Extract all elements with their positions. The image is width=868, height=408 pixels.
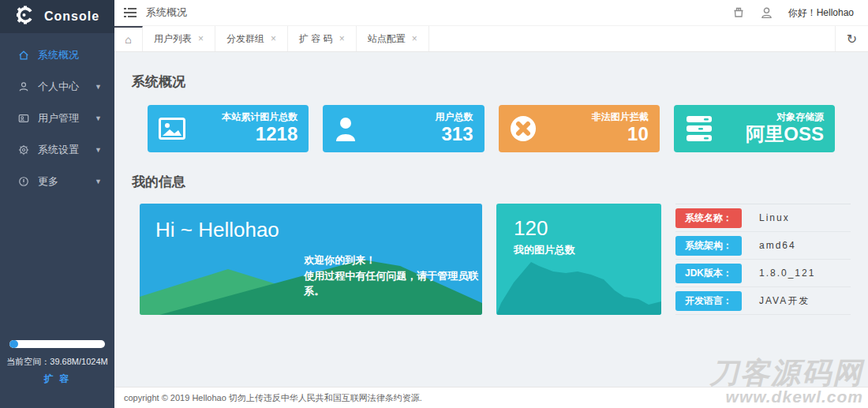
breadcrumb: 系统概况 bbox=[146, 6, 187, 20]
sidebar-item-label: 系统概况 bbox=[38, 48, 79, 62]
tab-expansion-code[interactable]: 扩 容 码 × bbox=[288, 26, 357, 51]
stat-value: 10 bbox=[544, 123, 649, 145]
user-card-icon bbox=[17, 112, 30, 125]
system-info-panel: 系统名称： Linux 系统架构： amd64 JDK版本： 1.8.0_121… bbox=[675, 204, 851, 315]
jdk-version-button[interactable]: JDK版本： bbox=[675, 264, 742, 283]
storage-progress-bar bbox=[9, 340, 105, 348]
dev-language-button[interactable]: 开发语言： bbox=[675, 291, 742, 311]
info-circle-icon bbox=[17, 175, 30, 188]
os-name-button[interactable]: 系统名称： bbox=[675, 208, 742, 228]
app-logo[interactable]: Console bbox=[0, 0, 114, 33]
photo-icon bbox=[159, 118, 193, 140]
system-row-architecture: 系统架构： amd64 bbox=[675, 232, 851, 260]
expand-storage-link[interactable]: 扩 容 bbox=[44, 372, 70, 386]
stat-label: 用户总数 bbox=[369, 112, 473, 123]
tab-label: 站点配置 bbox=[368, 32, 406, 46]
architecture-value: amd64 bbox=[759, 240, 796, 251]
copyright-text: copyright © 2019 Hellohao 切勿上传违反中华人民共和国互… bbox=[124, 393, 422, 402]
stat-card-blocked-images[interactable]: 非法图片拦截10 bbox=[499, 105, 660, 152]
tab-site-config[interactable]: 站点配置 × bbox=[357, 26, 429, 51]
storage-progress-fill bbox=[9, 340, 18, 348]
myinfo-title: 我的信息 bbox=[132, 173, 851, 191]
clear-cache-icon[interactable] bbox=[731, 6, 746, 20]
refresh-icon[interactable]: ↻ bbox=[835, 26, 868, 51]
my-photos-card: 120 我的图片总数 bbox=[496, 204, 661, 315]
architecture-button[interactable]: 系统架构： bbox=[675, 236, 742, 256]
os-name-value: Linux bbox=[759, 212, 790, 223]
system-row-dev-language: 开发语言： JAVA开发 bbox=[675, 287, 851, 315]
stat-value: 阿里OSS bbox=[720, 123, 824, 145]
footer: copyright © 2019 Hellohao 切勿上传违反中华人民共和国互… bbox=[114, 387, 868, 408]
sidebar: Console 系统概况 个人中心 ▼ 用户管理 ▼ bbox=[0, 0, 114, 408]
chevron-down-icon: ▼ bbox=[95, 146, 102, 154]
tab-user-list[interactable]: 用户列表 × bbox=[143, 26, 215, 51]
banner-message: 欢迎你的到来！ 使用过程中有任何问题，请于管理员联系。 bbox=[304, 253, 482, 299]
home-icon bbox=[17, 49, 30, 62]
close-icon[interactable]: × bbox=[271, 33, 276, 44]
gear-logo-icon bbox=[16, 6, 35, 28]
console-app: Console 系统概况 个人中心 ▼ 用户管理 ▼ bbox=[0, 0, 868, 408]
collapse-sidebar-icon[interactable] bbox=[114, 0, 146, 26]
topbar: 系统概况 你好！Hellohao bbox=[114, 0, 868, 26]
close-icon[interactable]: × bbox=[339, 33, 345, 44]
stat-card-storage-source[interactable]: 对象存储源阿里OSS bbox=[674, 105, 835, 152]
area-chart-graphic bbox=[496, 256, 661, 315]
tab-home[interactable]: ⌂ bbox=[114, 26, 143, 51]
sidebar-item-label: 用户管理 bbox=[38, 111, 79, 125]
stat-value: 313 bbox=[369, 123, 473, 145]
jdk-version-value: 1.8.0_121 bbox=[759, 268, 815, 279]
stat-label: 对象存储源 bbox=[720, 112, 824, 123]
user-icon bbox=[334, 116, 369, 141]
sidebar-item-label: 系统设置 bbox=[38, 143, 79, 157]
tab-label: 分发群组 bbox=[226, 32, 264, 46]
sidebar-item-system-settings[interactable]: 系统设置 ▼ bbox=[0, 134, 114, 166]
close-icon[interactable]: × bbox=[412, 33, 417, 44]
main-content: 系统概况 本站累计图片总数1218 用户总数313 非法图片拦截10 bbox=[114, 52, 868, 387]
stat-label: 非法图片拦截 bbox=[544, 112, 649, 123]
logo-text: Console bbox=[44, 9, 99, 24]
system-row-jdk-version: JDK版本： 1.8.0_121 bbox=[675, 260, 851, 287]
sidebar-item-label: 更多 bbox=[38, 174, 58, 189]
topbar-right: 你好！Hellohao bbox=[731, 6, 868, 20]
banner-greeting: Hi ~ Hellohao bbox=[155, 218, 279, 242]
sidebar-item-label: 个人中心 bbox=[38, 80, 79, 94]
gear-icon bbox=[17, 144, 30, 156]
chevron-down-icon: ▼ bbox=[95, 83, 102, 91]
welcome-banner: Hi ~ Hellohao 欢迎你的到来！ 使用过程中有任何问题，请于管理员联系… bbox=[140, 204, 482, 315]
storage-widget: 当前空间：39.68M/1024M 扩 容 bbox=[0, 340, 114, 386]
tab-label: 用户列表 bbox=[154, 32, 192, 46]
tab-label: 扩 容 码 bbox=[299, 32, 333, 46]
sidebar-item-personal-center[interactable]: 个人中心 ▼ bbox=[0, 71, 114, 103]
stat-label: 本站累计图片总数 bbox=[193, 112, 297, 123]
close-icon[interactable]: × bbox=[198, 33, 204, 44]
my-photos-label: 我的图片总数 bbox=[514, 243, 575, 257]
sidebar-item-system-overview[interactable]: 系统概况 bbox=[0, 39, 114, 71]
sidebar-nav: 系统概况 个人中心 ▼ 用户管理 ▼ 系统设置 bbox=[0, 33, 114, 197]
sidebar-item-more[interactable]: 更多 ▼ bbox=[0, 166, 114, 197]
stat-card-total-images[interactable]: 本站累计图片总数1218 bbox=[148, 105, 309, 152]
stat-cards: 本站累计图片总数1218 用户总数313 非法图片拦截10 对象存储源阿里OSS bbox=[148, 105, 835, 152]
chevron-down-icon: ▼ bbox=[95, 178, 102, 185]
user-greeting[interactable]: 你好！Hellohao bbox=[788, 6, 854, 20]
storage-text: 当前空间：39.68M/1024M bbox=[0, 356, 114, 368]
block-icon bbox=[510, 115, 544, 142]
stat-value: 1218 bbox=[193, 123, 297, 145]
tabbar: ⌂ 用户列表 × 分发群组 × 扩 容 码 × 站点配置 × ↻ bbox=[114, 26, 868, 52]
info-row: Hi ~ Hellohao 欢迎你的到来！ 使用过程中有任何问题，请于管理员联系… bbox=[140, 204, 851, 314]
chevron-down-icon: ▼ bbox=[95, 114, 102, 122]
stat-card-total-users[interactable]: 用户总数313 bbox=[323, 105, 484, 152]
system-row-os-name: 系统名称： Linux bbox=[675, 204, 851, 232]
home-icon: ⌂ bbox=[125, 33, 131, 46]
user-avatar-icon[interactable] bbox=[760, 6, 774, 20]
server-icon bbox=[685, 115, 720, 142]
my-photos-count: 120 bbox=[514, 216, 548, 241]
tab-distribution-group[interactable]: 分发群组 × bbox=[215, 26, 288, 51]
person-icon bbox=[17, 80, 30, 93]
dev-language-value: JAVA开发 bbox=[759, 294, 810, 308]
sidebar-item-user-management[interactable]: 用户管理 ▼ bbox=[0, 103, 114, 134]
overview-title: 系统概况 bbox=[132, 73, 851, 91]
